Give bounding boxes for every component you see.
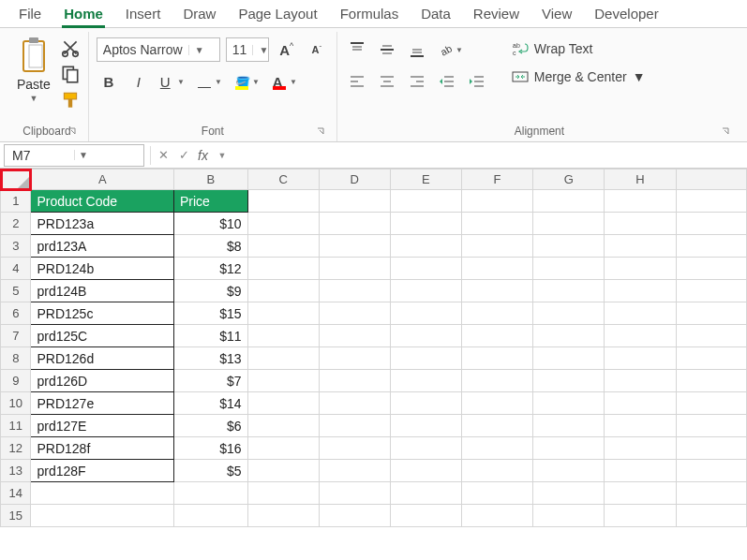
cell[interactable]: PRD128f [31,437,174,460]
cell[interactable] [319,190,390,213]
cell[interactable]: Price [174,190,248,213]
cell[interactable] [319,280,390,302]
cell[interactable] [605,437,676,460]
cell[interactable] [605,235,676,258]
cell[interactable] [390,302,461,325]
cell[interactable] [533,235,605,258]
cell[interactable] [605,258,676,280]
row-header[interactable]: 8 [1,347,31,370]
cell[interactable]: $16 [174,437,248,460]
cell[interactable] [247,505,319,527]
cell[interactable] [605,213,676,235]
cell[interactable] [605,280,676,302]
cell[interactable]: $14 [174,392,248,415]
cell[interactable] [462,392,533,415]
cell[interactable] [247,347,319,370]
merge-center-button[interactable]: Merge & Center ▼ [506,66,651,88]
row-header[interactable]: 14 [1,482,31,505]
cell[interactable] [676,302,747,325]
cell[interactable] [676,415,747,437]
cell[interactable] [533,437,605,460]
cell[interactable] [247,415,319,437]
align-top-button[interactable] [345,37,369,62]
alignment-launcher[interactable] [721,126,732,138]
font-color-button[interactable]: A▼ [269,69,301,94]
cell[interactable] [247,437,319,460]
font-size-combo[interactable]: 11▼ [226,37,269,62]
border-button[interactable]: ▼ [194,69,226,94]
cell[interactable] [676,460,747,482]
cell[interactable] [533,347,605,370]
cell[interactable] [605,325,676,347]
cell[interactable] [533,505,605,527]
cell[interactable]: $7 [174,370,248,392]
cell[interactable] [390,280,461,302]
tab-review[interactable]: Review [462,2,530,27]
cell[interactable] [247,392,319,415]
cell[interactable]: Product Code [31,190,174,213]
cell[interactable] [319,437,390,460]
enter-formula-button[interactable]: ✓ [173,145,194,166]
cell[interactable] [319,370,390,392]
cell[interactable]: PRD127e [31,392,174,415]
align-bottom-button[interactable] [405,37,429,62]
row-header[interactable]: 12 [1,437,31,460]
wrap-text-button[interactable]: abc Wrap Text [506,37,651,60]
cell[interactable]: prd126D [31,370,174,392]
col-header[interactable]: B [174,169,248,190]
tab-data[interactable]: Data [410,2,462,27]
cell[interactable] [390,347,461,370]
tab-developer[interactable]: Developer [583,2,669,27]
cell[interactable] [462,415,533,437]
tab-home[interactable]: Home [52,2,114,27]
col-header[interactable]: E [390,169,461,190]
font-name-combo[interactable]: Aptos Narrow▼ [97,37,220,62]
cell[interactable] [319,213,390,235]
cell[interactable] [605,505,676,527]
cell[interactable] [390,325,461,347]
cell[interactable]: PRD123a [31,213,174,235]
cell[interactable] [31,505,174,527]
cell[interactable] [319,482,390,505]
cell[interactable] [533,302,605,325]
cell[interactable]: $13 [174,347,248,370]
cell[interactable] [462,370,533,392]
row-header[interactable]: 2 [1,213,31,235]
cell[interactable] [247,302,319,325]
cell[interactable] [319,392,390,415]
cell[interactable]: $10 [174,213,248,235]
cell[interactable]: $15 [174,302,248,325]
col-header[interactable]: G [533,169,605,190]
cell[interactable] [174,482,248,505]
decrease-font-button[interactable]: Aˇ [305,37,329,62]
cell[interactable] [676,258,747,280]
cell[interactable]: PRD126d [31,347,174,370]
cell[interactable] [319,235,390,258]
cell[interactable] [533,213,605,235]
increase-indent-button[interactable] [465,69,489,94]
cell[interactable]: prd125C [31,325,174,347]
row-header[interactable]: 3 [1,235,31,258]
cell[interactable] [533,415,605,437]
tab-view[interactable]: View [530,2,583,27]
cell[interactable] [462,437,533,460]
cell[interactable] [676,347,747,370]
cell[interactable] [319,302,390,325]
cell[interactable]: prd123A [31,235,174,258]
select-all-corner[interactable] [1,169,31,190]
align-middle-button[interactable] [375,37,399,62]
cell[interactable] [462,347,533,370]
format-painter-button[interactable] [60,90,81,111]
cell[interactable] [247,235,319,258]
row-header[interactable]: 1 [1,190,31,213]
tab-page-layout[interactable]: Page Layout [227,2,328,27]
cell[interactable] [533,482,605,505]
cell[interactable] [676,190,747,213]
cell[interactable] [462,482,533,505]
tab-formulas[interactable]: Formulas [329,2,411,27]
col-header[interactable] [676,169,747,190]
align-right-button[interactable] [405,69,429,94]
cell[interactable] [247,190,319,213]
row-header[interactable]: 6 [1,302,31,325]
cell[interactable]: PRD124b [31,258,174,280]
